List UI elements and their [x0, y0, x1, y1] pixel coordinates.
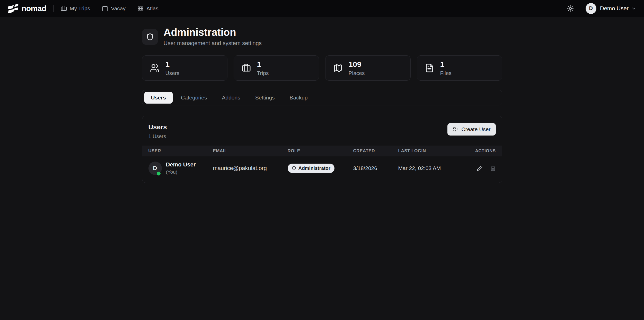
role-badge: Administrator — [288, 164, 335, 173]
briefcase-icon — [61, 5, 67, 12]
avatar-initial: D — [153, 165, 157, 172]
nav-link-label: My Trips — [70, 5, 90, 12]
stat-value: 1 — [257, 60, 269, 69]
table-row: D Demo User (You) maurice@pakulat.org Ad… — [142, 156, 502, 180]
brand-name: nomad — [22, 4, 46, 13]
stat-label: Places — [349, 70, 365, 76]
row-you-label: (You) — [166, 169, 196, 175]
users-panel: Users 1 Users Create User USER EMAIL ROL… — [142, 116, 502, 183]
nav-link-label: Atlas — [146, 5, 158, 12]
shield-icon — [292, 166, 296, 170]
user-plus-icon — [453, 127, 458, 132]
theme-toggle-button[interactable] — [567, 5, 574, 12]
tab-settings[interactable]: Settings — [249, 92, 281, 104]
briefcase-icon — [242, 63, 251, 73]
avatar: D — [148, 162, 162, 175]
column-header-email: EMAIL — [213, 148, 288, 154]
nav-link-atlas[interactable]: Atlas — [137, 5, 158, 12]
users-panel-header: Users 1 Users Create User — [142, 116, 502, 146]
file-icon — [425, 63, 434, 73]
users-panel-title: Users — [148, 123, 167, 131]
column-header-last-login: LAST LOGIN — [398, 148, 453, 154]
tab-backup[interactable]: Backup — [283, 92, 314, 104]
users-count: 1 Users — [148, 133, 167, 139]
column-header-user: USER — [148, 148, 213, 154]
chevron-down-icon — [629, 6, 636, 11]
column-header-actions: ACTIONS — [453, 148, 496, 154]
stat-card-trips: 1 Trips — [234, 55, 319, 81]
stat-label: Users — [165, 70, 180, 76]
row-created: 3/18/2026 — [353, 165, 398, 171]
nomad-logo[interactable]: nomad — [8, 3, 46, 14]
nav-link-label: Vacay — [111, 5, 126, 12]
sun-icon — [567, 5, 574, 12]
shield-icon — [142, 29, 158, 45]
trash-icon — [490, 165, 496, 171]
delete-user-button[interactable] — [490, 165, 496, 171]
topbar: nomad My Trips Vacay Atlas — [0, 0, 644, 17]
nomad-logo-icon — [8, 3, 19, 14]
pencil-icon — [477, 165, 482, 171]
role-label: Administrator — [298, 165, 331, 171]
create-user-label: Create User — [461, 126, 490, 132]
row-email: maurice@pakulat.org — [213, 165, 288, 172]
admin-tabs: Users Categories Addons Settings Backup — [142, 90, 502, 105]
nav-link-vacay[interactable]: Vacay — [102, 5, 126, 12]
row-actions — [453, 165, 496, 171]
globe-icon — [137, 5, 144, 12]
admin-page: Administration User management and syste… — [142, 17, 502, 183]
column-header-role: ROLE — [288, 148, 353, 154]
map-icon — [333, 63, 342, 73]
stat-card-users: 1 Users — [142, 55, 227, 81]
user-name: Demo User — [600, 5, 629, 12]
stat-value: 1 — [165, 60, 180, 69]
stat-card-places: 109 Places — [325, 55, 411, 81]
row-user-name: Demo User — [166, 161, 196, 168]
tab-addons[interactable]: Addons — [215, 92, 247, 104]
tab-categories[interactable]: Categories — [174, 92, 214, 104]
edit-user-button[interactable] — [477, 165, 482, 171]
nav-divider — [53, 5, 54, 12]
avatar: D — [586, 3, 596, 14]
create-user-button[interactable]: Create User — [447, 123, 496, 136]
page-subtitle: User management and system settings — [164, 40, 262, 47]
stats-row: 1 Users 1 Trips 109 Places — [142, 55, 502, 81]
nav-link-my-trips[interactable]: My Trips — [61, 5, 90, 12]
tab-users[interactable]: Users — [144, 92, 173, 104]
page-title: Administration — [164, 27, 262, 38]
user-cell: D Demo User (You) — [148, 161, 213, 175]
stat-label: Files — [440, 70, 452, 76]
online-status-dot — [157, 172, 161, 175]
user-menu[interactable]: D Demo User — [586, 3, 636, 14]
users-icon — [150, 63, 159, 73]
users-table-header: USER EMAIL ROLE CREATED LAST LOGIN ACTIO… — [142, 146, 502, 156]
stat-label: Trips — [257, 70, 269, 76]
topbar-right: D Demo User — [567, 3, 636, 14]
stat-value: 1 — [440, 60, 452, 69]
row-last-login: Mar 22, 02:03 AM — [398, 165, 453, 171]
stat-card-files: 1 Files — [417, 55, 502, 81]
page-header: Administration User management and syste… — [142, 27, 502, 47]
main-nav: My Trips Vacay Atlas — [61, 5, 158, 12]
column-header-created: CREATED — [353, 148, 398, 154]
calendar-icon — [102, 5, 108, 12]
stat-value: 109 — [349, 60, 365, 69]
